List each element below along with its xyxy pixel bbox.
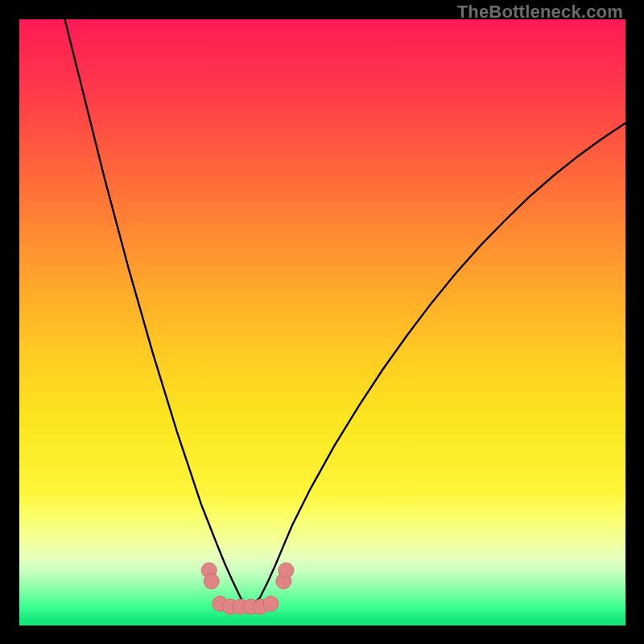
data-point-marker [263,596,279,611]
data-point-marker [279,563,294,578]
left-curve [64,19,248,607]
right-curve [249,123,625,607]
data-point-marker [204,574,219,589]
chart-frame: TheBottleneck.com [0,0,644,644]
plot-area [19,19,625,625]
curves-layer [19,19,625,625]
watermark-text: TheBottleneck.com [457,2,623,23]
